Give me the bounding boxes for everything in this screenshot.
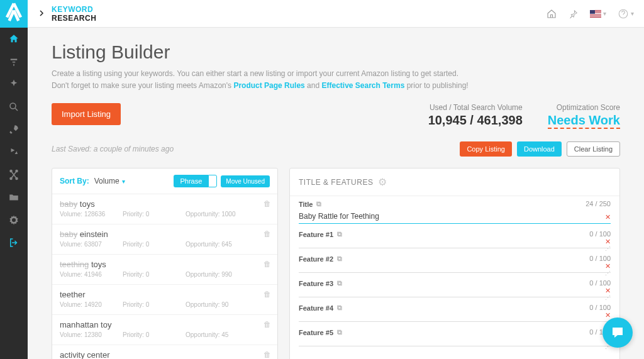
clear-field-icon[interactable]: ✕ [605, 213, 611, 221]
sidebar-logout-icon[interactable] [0, 231, 28, 254]
feature-char-count: 0 / 100 [589, 304, 611, 311]
sidebar-folder-icon[interactable] [0, 186, 28, 209]
copy-icon[interactable]: ⧉ [337, 230, 342, 238]
brand-logo[interactable] [0, 0, 28, 28]
keyword-name: baby toys [60, 199, 270, 209]
trash-icon[interactable]: 🗑 [264, 290, 271, 299]
keyword-name: activity center [60, 350, 270, 359]
home-icon[interactable] [546, 8, 557, 19]
sidebar-split-icon[interactable] [0, 163, 28, 186]
topbar: KEYWORDRESEARCH ▾ ▾ [28, 0, 644, 28]
copy-listing-button[interactable]: Copy Listing [460, 141, 512, 157]
feature-char-count: 0 / 100 [589, 255, 611, 262]
clear-field-icon[interactable]: ✕ [605, 311, 611, 319]
feature-row: Feature #4⧉ 0 / 100 ✕ ⋰ [290, 300, 619, 324]
keyword-name: baby einstein [60, 229, 270, 239]
feature-row: Feature #3⧉ 0 / 100 ✕ ⋰ [290, 275, 619, 300]
svg-point-4 [16, 178, 18, 180]
feature-label: Feature #1 [299, 231, 333, 238]
product-rules-link[interactable]: Product Page Rules [233, 81, 304, 90]
feature-label: Feature #5 [299, 329, 333, 336]
sidebar-flag-icon[interactable] [0, 141, 28, 163]
keyword-name: teether [60, 290, 270, 299]
move-unused-button[interactable]: Move Unused [221, 175, 270, 187]
locale-flag[interactable]: ▾ [590, 10, 606, 18]
copy-icon[interactable]: ⧉ [316, 200, 321, 208]
feature-input[interactable] [299, 289, 611, 297]
keyword-name: manhattan toy [60, 320, 270, 329]
title-label: Title [299, 201, 313, 208]
optimization-score-stat: Optimization Score Needs Work [548, 103, 620, 129]
keyword-row[interactable]: baby einstein Volume: 63807Priority: 0Op… [52, 224, 277, 255]
svg-point-3 [10, 178, 12, 180]
phrase-toggle-button[interactable]: Phrase [174, 175, 208, 187]
clear-field-icon[interactable]: ✕ [605, 238, 611, 246]
feature-label: Feature #3 [299, 280, 333, 287]
keyword-name: teething toys [60, 260, 270, 269]
trash-icon[interactable]: 🗑 [264, 229, 271, 238]
svg-point-0 [10, 103, 16, 109]
copy-icon[interactable]: ⧉ [337, 304, 342, 312]
trash-icon[interactable]: 🗑 [264, 320, 271, 329]
clear-field-icon[interactable]: ✕ [605, 262, 611, 270]
svg-point-2 [16, 170, 18, 172]
sidebar-home-icon[interactable] [0, 28, 28, 50]
help-icon[interactable]: ▾ [618, 8, 634, 19]
sort-select[interactable]: Volume▾ [94, 177, 125, 185]
sidebar [0, 0, 28, 359]
title-char-count: 24 / 250 [586, 200, 611, 207]
copy-icon[interactable]: ⧉ [337, 279, 342, 287]
import-listing-button[interactable]: Import Listing [52, 103, 121, 125]
trash-icon[interactable]: 🗑 [264, 350, 271, 359]
search-volume-stat: Used / Total Search Volume 10,945 / 461,… [428, 103, 523, 129]
keyword-row[interactable]: manhattan toy Volume: 12380Priority: 0Op… [52, 315, 277, 345]
sidebar-brush-icon[interactable] [0, 50, 28, 73]
expand-sidebar-chevron[interactable] [38, 8, 45, 19]
trash-icon[interactable]: 🗑 [264, 260, 271, 268]
feature-input[interactable] [299, 264, 611, 273]
sidebar-gear-icon[interactable] [0, 209, 28, 231]
last-saved-text: Last Saved: a couple of minutes ago [52, 145, 174, 153]
sidebar-sparkle-icon[interactable] [0, 73, 28, 96]
search-terms-link[interactable]: Effective Search Terms [321, 81, 404, 90]
keyword-row[interactable]: teether Volume: 14920Priority: 0Opportun… [52, 285, 277, 315]
sort-label: Sort By: [60, 177, 89, 185]
download-button[interactable]: Download [517, 141, 562, 157]
sidebar-search-icon[interactable] [0, 96, 28, 118]
feature-input[interactable] [299, 313, 611, 322]
title-input[interactable] [299, 209, 611, 224]
trash-icon[interactable]: 🗑 [264, 199, 271, 208]
feature-input[interactable] [299, 240, 611, 248]
feature-label: Feature #4 [299, 304, 333, 312]
title-features-panel: TITLE & FEATURES ⚙ Title⧉ 24 / 250 ✕ Fea… [289, 168, 620, 359]
panel-header: TITLE & FEATURES [299, 178, 373, 187]
clear-listing-button[interactable]: Clear Listing [567, 141, 620, 157]
keyword-row[interactable]: teething toys Volume: 41946Priority: 0Op… [52, 255, 277, 285]
phrase-toggle-switch[interactable] [208, 175, 217, 187]
copy-icon[interactable]: ⧉ [337, 328, 342, 336]
keyword-row[interactable]: baby toys Volume: 128636Priority: 0Oppor… [52, 194, 277, 224]
svg-point-1 [10, 170, 12, 172]
feature-label: Feature #2 [299, 255, 333, 263]
feature-row: Feature #5⧉ 0 / 100 ✕ ⋰ [290, 324, 619, 349]
copy-icon[interactable]: ⧉ [337, 255, 342, 263]
feature-input[interactable] [299, 338, 611, 346]
keywords-panel: Sort By: Volume▾ Phrase Move Unused baby… [52, 168, 278, 359]
sidebar-rocket-icon[interactable] [0, 118, 28, 141]
feature-char-count: 0 / 100 [589, 279, 611, 287]
pin-icon[interactable] [569, 9, 579, 19]
feature-row: Feature #2⧉ 0 / 100 ✕ ⋰ [290, 251, 619, 275]
app-title: KEYWORDRESEARCH [52, 5, 96, 23]
page-title: Listing Builder [52, 41, 620, 63]
clear-field-icon[interactable]: ✕ [605, 287, 611, 295]
feature-char-count: 0 / 100 [589, 230, 611, 238]
feature-row: Feature #1⧉ 0 / 100 ✕ ⋰ [290, 226, 619, 251]
chat-widget-button[interactable] [602, 318, 633, 348]
keyword-row[interactable]: activity center Volume: 10518Priority: 0… [52, 345, 277, 359]
panel-settings-icon[interactable]: ⚙ [378, 176, 387, 188]
page-description: Create a listing using your keywords. Yo… [52, 68, 620, 92]
main-content: Listing Builder Create a listing using y… [28, 28, 644, 359]
